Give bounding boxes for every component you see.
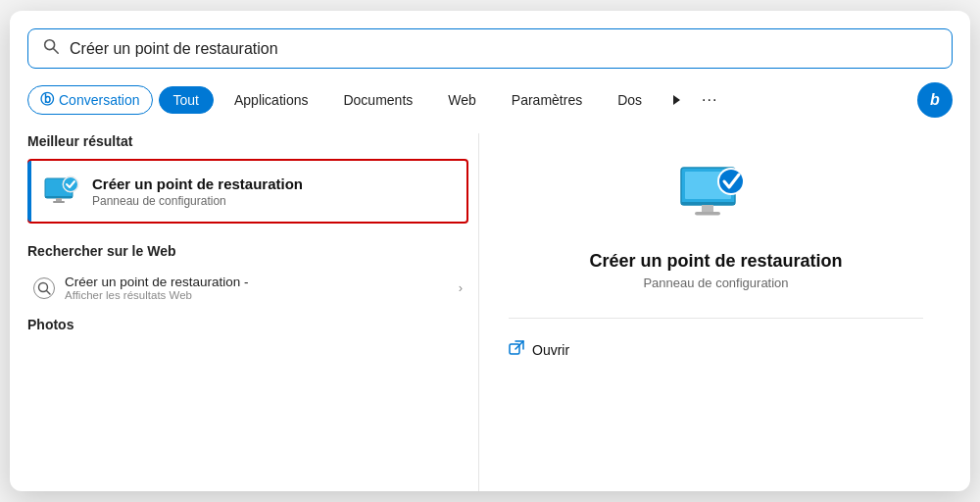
result-title: Créer un point de restauration (92, 176, 303, 192)
tab-dos-label: Dos (617, 92, 642, 108)
photos-section: Photos (27, 317, 468, 332)
search-input[interactable] (70, 40, 938, 58)
result-subtitle: Panneau de configuration (92, 194, 303, 208)
web-search-icon (33, 277, 55, 299)
svg-rect-15 (695, 212, 720, 216)
tab-conversation-label: Conversation (59, 92, 140, 108)
web-search-section: Rechercher sur le Web Créer un point de … (27, 243, 468, 309)
search-bar (27, 28, 953, 69)
tab-web-label: Web (448, 92, 476, 108)
tab-dos[interactable]: Dos (603, 86, 657, 114)
tab-more-button[interactable]: ··· (696, 87, 723, 113)
left-panel: Meilleur résultat (27, 133, 478, 491)
best-result-title: Meilleur résultat (27, 133, 468, 149)
right-panel-title: Créer un point de restauration (589, 251, 842, 272)
tab-next-button[interactable] (662, 86, 690, 114)
right-panel-icon (677, 157, 756, 235)
web-search-text: Créer un point de restauration - Affiche… (65, 275, 449, 301)
web-search-chevron-icon: › (459, 280, 463, 295)
tab-tout-label: Tout (173, 92, 199, 108)
svg-rect-6 (53, 201, 65, 203)
web-search-item[interactable]: Créer un point de restauration - Affiche… (27, 267, 468, 309)
tab-documents-label: Documents (343, 92, 413, 108)
tab-applications-label: Applications (234, 92, 309, 108)
right-panel-subtitle: Panneau de configuration (643, 276, 788, 290)
result-text: Créer un point de restauration Panneau d… (92, 176, 303, 208)
tab-parametres-label: Paramètres (512, 92, 582, 108)
result-monitor-icon (43, 173, 80, 210)
tab-parametres[interactable]: Paramètres (497, 86, 597, 114)
main-content: Meilleur résultat (27, 133, 953, 491)
tab-applications[interactable]: Applications (220, 86, 323, 114)
best-result-card[interactable]: Créer un point de restauration Panneau d… (27, 159, 468, 224)
search-panel: ⓑ Conversation Tout Applications Documen… (10, 11, 970, 491)
open-link-icon (509, 340, 524, 360)
bing-small-icon: ⓑ (40, 91, 54, 109)
web-search-line1: Créer un point de restauration - (65, 275, 449, 289)
divider (509, 318, 923, 319)
open-label: Ouvrir (532, 342, 569, 358)
bing-icon: b (930, 91, 940, 109)
bing-button[interactable]: b (917, 82, 953, 118)
tab-tout[interactable]: Tout (159, 86, 214, 114)
svg-line-1 (54, 49, 59, 54)
photos-title: Photos (27, 317, 468, 332)
open-button[interactable]: Ouvrir (509, 336, 569, 364)
filter-tabs: ⓑ Conversation Tout Applications Documen… (27, 82, 953, 118)
svg-marker-2 (673, 95, 680, 105)
search-icon (42, 37, 60, 60)
tab-web[interactable]: Web (433, 86, 491, 114)
web-search-title: Rechercher sur le Web (27, 243, 468, 259)
svg-rect-14 (702, 205, 713, 213)
svg-rect-12 (681, 202, 735, 205)
svg-rect-4 (45, 196, 73, 198)
web-search-line2: Afficher les résultats Web (65, 289, 449, 301)
tab-conversation[interactable]: ⓑ Conversation (27, 85, 153, 115)
svg-line-10 (47, 290, 51, 294)
right-panel: Créer un point de restauration Panneau d… (478, 133, 953, 491)
svg-point-0 (45, 40, 55, 50)
tab-documents[interactable]: Documents (328, 86, 427, 114)
